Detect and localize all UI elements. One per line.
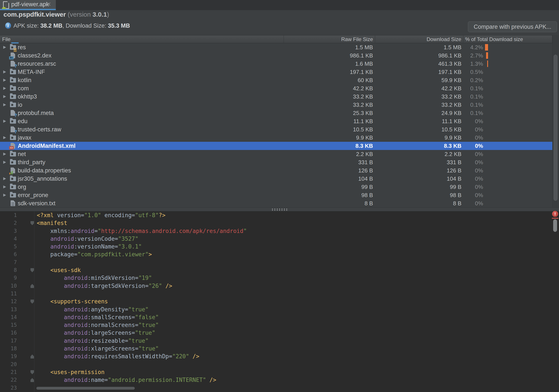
table-row[interactable]: io33.2 KB33.2 KB0.1% [0,101,552,109]
line-number: 14 [0,313,17,321]
percent-of-total: 0% [454,166,483,175]
table-row[interactable]: <>AndroidManifest.xml8.3 KB8.3 KB0% [0,142,552,150]
table-row[interactable]: third_party331 B331 B0% [0,158,552,166]
expand-arrow-icon[interactable] [3,87,6,90]
code-line[interactable]: 3 xmlns:android="http://schemas.android.… [0,227,559,235]
editor-horizontal-scrollbar[interactable] [36,387,135,390]
fold-marker[interactable] [30,300,34,304]
table-row[interactable]: jsr305_annotations104 B104 B0% [0,175,552,183]
table-row[interactable]: okhttp333.2 KB33.2 KB0.1% [0,92,552,101]
code-editor[interactable]: 1<?xml version="1.0" encoding="utf-8"?>2… [0,211,559,392]
raw-file-size: 99 B [303,183,373,191]
download-size: 1.5 MB [389,43,461,51]
pane-splitter[interactable] [0,207,559,211]
editor-vertical-scrollbar[interactable] [552,219,558,232]
table-row[interactable]: error_prone98 B98 B0% [0,191,552,199]
file-name: AndroidManifest.xml [18,142,75,150]
expand-arrow-icon[interactable] [3,79,6,82]
compare-apk-button[interactable]: Compare with previous APK... [468,21,557,32]
code-line[interactable]: 6 package="com.pspdfkit.viewer"> [0,250,559,258]
fold-marker[interactable] [30,268,34,272]
code-line[interactable]: 7 [0,258,559,266]
expand-arrow-icon[interactable] [3,161,6,164]
table-scrollbar-thumb[interactable] [554,55,558,201]
code-line[interactable]: 20 [0,360,559,368]
table-row[interactable]: org99 B99 B0% [0,183,552,191]
code-line[interactable]: 17 android:resizeable="true" [0,337,559,345]
table-row[interactable]: build-data.properties126 B126 B0% [0,166,552,175]
table-row[interactable]: ?resources.arsc1.6 MB461.3 KB1.3% [0,60,552,68]
expand-arrow-icon[interactable] [3,177,6,180]
error-indicator-icon[interactable]: ! [552,211,558,217]
code-token [37,275,64,281]
percent-of-total: 0% [454,125,483,134]
folder-icon [10,69,16,75]
column-header-raw-file-size[interactable]: Raw File Size [303,36,373,43]
column-divider[interactable] [463,36,463,43]
table-row[interactable]: res1.5 MB1.5 MB4.2% [0,43,552,51]
code-line[interactable]: 11 [0,290,559,298]
column-header-download-size[interactable]: Download Size [389,36,461,43]
code-token: android [64,353,88,360]
fold-marker[interactable] [30,370,34,374]
table-row[interactable]: META-INF197.1 KB197.1 KB0.5% [0,68,552,76]
expand-arrow-icon[interactable] [3,95,6,98]
expand-arrow-icon[interactable] [3,152,6,156]
download-size: 104 B [389,175,461,183]
line-number: 10 [0,282,17,290]
table-row[interactable]: ?trusted-certs.raw10.5 KB10.5 KB0% [0,125,552,134]
table-vertical-scrollbar[interactable] [552,35,559,207]
code-text: xmlns:android="http://schemas.android.co… [37,227,247,235]
code-line[interactable]: 5 android:versionName="3.0.1" [0,243,559,250]
column-divider[interactable] [375,36,375,43]
code-line[interactable]: 4 android:versionCode="3527" [0,235,559,243]
download-size: 8 B [389,199,461,207]
file-name: net [18,150,26,158]
code-line[interactable]: 19 android:requiresSmallestWidthDp="220"… [0,352,559,360]
fold-marker[interactable] [30,378,34,382]
fold-marker[interactable] [30,221,34,225]
code-line[interactable]: 13 android:anyDensity="true" [0,306,559,313]
expand-arrow-icon[interactable] [3,136,6,139]
table-row[interactable]: edu11.1 KB11.1 KB0% [0,117,552,125]
file-name: META-INF [18,68,45,76]
code-line[interactable]: 16 android:largeScreens="true" [0,329,559,337]
percent-bar [486,52,488,59]
expand-arrow-icon[interactable] [3,185,6,188]
code-line[interactable]: 10 android:targetSdkVersion="26" /> [0,282,559,290]
table-row[interactable]: kotlin60 KB59.9 KB0.2% [0,76,552,84]
code-token: android [50,243,74,250]
expand-arrow-icon[interactable] [3,46,6,49]
column-header-percent-of-total[interactable]: % of Total Download size [465,36,523,43]
splitter-grip-icon[interactable] [271,208,288,211]
code-line[interactable]: 2<manifest [0,219,559,227]
close-icon[interactable]: ✕ [46,0,51,9]
fold-marker[interactable] [30,354,34,358]
code-line[interactable]: 15 android:normalScreens="true" [0,321,559,329]
expand-arrow-icon[interactable] [3,103,6,106]
code-token [37,353,64,360]
code-line[interactable]: 8 <uses-sdk [0,266,559,274]
column-header-file[interactable]: File [2,36,11,43]
code-line[interactable]: 18 android:xlargeScreens="true" [0,345,559,352]
code-token: "220" [172,353,189,360]
code-line[interactable]: 14 android:smallScreens="false" [0,313,559,321]
code-line[interactable]: 22 android:name="android.permission.INTE… [0,376,559,384]
code-line[interactable]: 9 android:minSdkVersion="19" [0,274,559,282]
code-line[interactable]: 21 <uses-permission [0,368,559,376]
code-line[interactable]: 12 <supports-screens [0,298,559,305]
fold-marker[interactable] [30,284,34,288]
code-line[interactable]: 1<?xml version="1.0" encoding="utf-8"?> [0,211,559,219]
code-text: package="com.pspdfkit.viewer"> [37,250,152,258]
table-row[interactable]: ?protobuf.meta25.3 KB24.9 KB0.1% [0,109,552,117]
table-row[interactable]: net2.2 KB2.2 KB0% [0,150,552,158]
table-row[interactable]: sdk-version.txt8 B8 B0% [0,199,552,207]
tab-pdf-viewer-apk[interactable]: pdf-viewer.apk ✕ [0,0,56,10]
table-row[interactable]: javax9.9 KB9.9 KB0% [0,134,552,142]
table-row[interactable]: com42.2 KB42.2 KB0.1% [0,84,552,92]
expand-arrow-icon[interactable] [3,71,6,73]
expand-arrow-icon[interactable] [3,194,6,197]
column-divider[interactable] [284,36,284,43]
expand-arrow-icon[interactable] [3,120,6,123]
table-row[interactable]: 01classes2.dex986.1 KB986.1 KB2.7% [0,51,552,60]
